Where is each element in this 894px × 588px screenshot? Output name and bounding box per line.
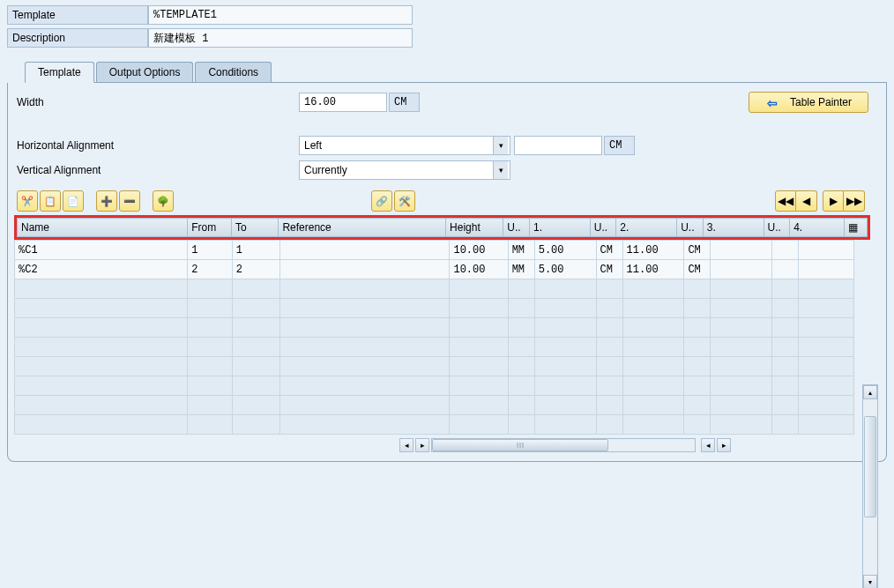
cell-c2[interactable]: 11.00 [622, 241, 684, 260]
table-row[interactable]: %C11110.00MM5.00CM11.00CM [15, 241, 854, 260]
template-input[interactable] [148, 5, 413, 25]
cell-u4[interactable] [772, 241, 799, 260]
insert-row-button[interactable]: ➕ [96, 190, 117, 212]
cell-u4[interactable] [772, 260, 799, 279]
valign-value[interactable] [299, 160, 510, 180]
width-unit[interactable] [389, 93, 420, 112]
tab-output-options[interactable]: Output Options [96, 62, 194, 82]
valign-dropdown[interactable] [299, 160, 510, 180]
data-table-body: %C11110.00MM5.00CM11.00CM%C22210.00MM5.0… [14, 240, 854, 435]
cell-name[interactable]: %C2 [15, 260, 188, 279]
table-row-empty[interactable] [15, 299, 854, 318]
paste-button[interactable]: 📄 [63, 190, 84, 212]
cell-reference[interactable] [279, 260, 450, 279]
tabs-container: Template Output Options Conditions Width… [7, 62, 887, 462]
width-input[interactable] [299, 93, 387, 112]
nav-prev-button[interactable]: ◀ [796, 190, 817, 212]
cell-c4[interactable] [799, 260, 854, 279]
delete-row-button[interactable]: ➖ [119, 190, 140, 212]
cell-from[interactable]: 1 [188, 241, 233, 260]
table-row-empty[interactable] [15, 318, 854, 338]
cell-u2[interactable]: CM [596, 241, 622, 260]
cell-u3[interactable]: CM [684, 260, 711, 279]
table-row-empty[interactable] [15, 279, 854, 299]
tab-template[interactable]: Template [25, 62, 94, 83]
copy-button[interactable]: 📋 [40, 190, 61, 212]
cell-to[interactable]: 2 [232, 260, 279, 279]
col-3[interactable]: 3. [703, 219, 764, 237]
cell-name[interactable]: %C1 [15, 241, 188, 260]
hierarchy-button[interactable]: 🌳 [153, 190, 174, 212]
cell-height[interactable]: 10.00 [450, 241, 508, 260]
col-name[interactable]: Name [18, 219, 188, 237]
col-u2[interactable]: U.. [590, 219, 616, 237]
col-2[interactable]: 2. [616, 219, 677, 237]
cell-from[interactable]: 2 [188, 260, 233, 279]
nav-last-button[interactable]: ▶▶ [844, 190, 865, 212]
h-left2-button[interactable]: ◂ [701, 438, 715, 452]
cell-c1[interactable]: 5.00 [534, 260, 596, 279]
nav-next-button[interactable]: ▶ [823, 190, 844, 212]
halign-unit[interactable] [604, 136, 635, 155]
cell-c3[interactable] [711, 260, 772, 279]
table-painter-label: Table Painter [790, 96, 852, 108]
h-scroll-track[interactable] [431, 438, 696, 452]
scroll-down-button[interactable]: ▾ [863, 575, 877, 588]
h-right-button[interactable]: ▸ [415, 438, 429, 452]
col-u4[interactable]: U.. [764, 219, 790, 237]
columns-icon: ▦ [848, 221, 860, 234]
cell-c4[interactable] [799, 241, 854, 260]
table-row-empty[interactable] [15, 396, 854, 415]
tab-conditions[interactable]: Conditions [195, 62, 272, 82]
cut-button[interactable]: ✂️ [17, 190, 38, 212]
cell-u2[interactable]: CM [596, 260, 622, 279]
cell-reference[interactable] [279, 241, 450, 260]
data-table: Name From To Reference Height U.. 1. U..… [17, 218, 868, 237]
arrow-left-icon: ⇦ [765, 96, 779, 108]
table-row[interactable]: %C22210.00MM5.00CM11.00CM [15, 260, 854, 279]
halign-value[interactable] [299, 136, 510, 155]
nav-group: ◀◀ ◀ ▶ ▶▶ [775, 190, 865, 212]
cell-c3[interactable] [711, 241, 772, 260]
col-settings[interactable]: ▦ [844, 219, 867, 237]
table-painter-button[interactable]: ⇦ Table Painter [749, 92, 868, 113]
table-row-empty[interactable] [15, 338, 854, 357]
col-4[interactable]: 4. [790, 219, 845, 237]
tool-button[interactable]: 🛠️ [394, 190, 415, 212]
halign-dropdown[interactable] [299, 136, 510, 155]
cell-height[interactable]: 10.00 [450, 260, 508, 279]
width-label: Width [17, 96, 299, 108]
h-left-button[interactable]: ◂ [399, 438, 413, 452]
nav-first-button[interactable]: ◀◀ [775, 190, 796, 212]
table-row-empty[interactable] [15, 415, 854, 435]
col-u3[interactable]: U.. [677, 219, 704, 237]
cell-u1[interactable]: MM [508, 260, 534, 279]
col-u1[interactable]: U.. [503, 219, 530, 237]
cell-u1[interactable]: MM [508, 241, 534, 260]
cell-u3[interactable]: CM [684, 241, 711, 260]
cell-c2[interactable]: 11.00 [622, 260, 684, 279]
col-from[interactable]: From [188, 219, 232, 237]
col-reference[interactable]: Reference [279, 219, 446, 237]
chain-icon: 🔗 [376, 196, 388, 207]
horizontal-scroll-area: ◂ ▸ ◂ ▸ [399, 438, 731, 452]
vertical-scrollbar[interactable]: ▴ ▾ [862, 384, 878, 588]
cell-c1[interactable]: 5.00 [534, 241, 596, 260]
col-to[interactable]: To [232, 219, 279, 237]
h-right2-button[interactable]: ▸ [717, 438, 731, 452]
h-scroll-thumb[interactable] [432, 439, 608, 451]
halign-offset-input[interactable] [514, 136, 602, 155]
col-1[interactable]: 1. [529, 219, 590, 237]
toolbar: ✂️ 📋 📄 ➕ ➖ 🌳 🔗 🛠️ ◀◀ ◀ [17, 190, 877, 215]
delete-row-icon: ➖ [123, 196, 136, 207]
tree-icon: 🌳 [157, 196, 169, 207]
cell-to[interactable]: 1 [232, 241, 279, 260]
table-row-empty[interactable] [15, 357, 854, 376]
table-wrap: Name From To Reference Height U.. 1. U..… [14, 215, 870, 237]
scroll-up-button[interactable]: ▴ [863, 385, 877, 399]
link-button[interactable]: 🔗 [371, 190, 392, 212]
table-row-empty[interactable] [15, 376, 854, 396]
description-input[interactable] [148, 28, 413, 48]
scroll-thumb-v[interactable] [864, 416, 876, 517]
col-height[interactable]: Height [446, 219, 503, 237]
